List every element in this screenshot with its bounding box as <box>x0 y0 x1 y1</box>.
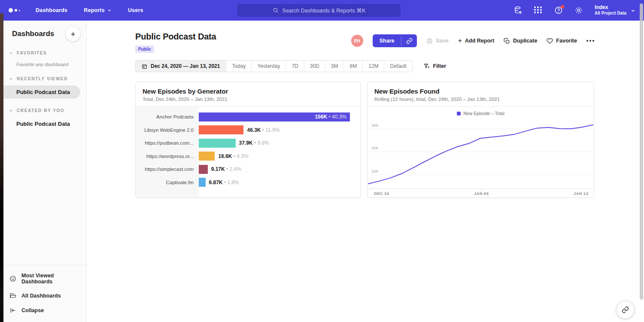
sidebar-footer: Most Viewed Dashboards All Dashboards Co… <box>3 265 86 322</box>
bar-bullet: • <box>261 127 266 133</box>
top-nav-bar: Dashboards Reports Users Search Dashboar… <box>0 0 644 21</box>
smiley-icon <box>9 275 16 282</box>
favorite-button[interactable]: Favorite <box>547 38 577 44</box>
collapse-sidebar-button[interactable]: Collapse <box>3 303 86 318</box>
nav-item-reports[interactable]: Reports <box>84 7 112 13</box>
y-axis-tick-label: 20K <box>371 146 379 150</box>
y-axis-tick-label: 30K <box>371 123 379 128</box>
date-preset-6m[interactable]: 6M <box>343 61 362 72</box>
nav-item-label: Dashboards <box>36 7 67 13</box>
app-logo[interactable] <box>9 8 20 12</box>
section-label: RECENTLY VIEWED <box>17 76 68 81</box>
date-range-label: Dec 24, 2020 — Jan 13, 2021 <box>151 63 220 69</box>
title-block: Public Podcast Data Public <box>135 32 216 53</box>
bar-row: 46.3K • 11.9% <box>199 124 350 137</box>
bar-value-label: 16.6K • 4.3% <box>218 153 248 159</box>
date-preset-default[interactable]: Default <box>384 61 412 72</box>
page-scrollbar[interactable] <box>640 3 643 300</box>
bar-segment[interactable]: 156K • 40.3% <box>199 112 350 122</box>
date-preset-12m[interactable]: 12M <box>362 61 384 72</box>
sidebar-item-public-podcast-data[interactable]: Public Podcast Data <box>3 85 80 99</box>
section-header-favorites[interactable]: FAVORITES <box>3 51 86 55</box>
chevron-down-icon <box>9 77 13 81</box>
all-dashboards-button[interactable]: All Dashboards <box>3 289 86 303</box>
background-window-edge <box>0 13 3 322</box>
settings-gear-icon[interactable] <box>574 6 583 15</box>
most-viewed-dashboards-button[interactable]: Most Viewed Dashboards <box>3 269 86 289</box>
share-button-group: Share <box>373 34 417 47</box>
bar-value-label: 6.87K • 1.8% <box>209 179 239 185</box>
sidebar-section-favorites: FAVORITES Favorite any dashboard <box>3 51 86 67</box>
avatar[interactable]: RH <box>351 35 363 47</box>
date-preset-3m[interactable]: 3M <box>325 61 344 72</box>
notification-badge <box>561 5 564 9</box>
filter-button[interactable]: Filter <box>424 63 447 69</box>
search-icon <box>273 7 279 13</box>
date-range-group: Dec 24, 2020 — Jan 13, 2021 TodayYesterd… <box>135 60 413 72</box>
sidebar-section-created-by-you: CREATED BY YOU Public Podcast Data <box>3 108 86 131</box>
bar-category-labels: Anchor PodcastsLibsyn WebEngine 2.0https… <box>136 106 199 197</box>
save-button[interactable]: Save <box>426 38 448 44</box>
bar-category-label: https://wordpress.or... <box>136 150 199 163</box>
logo-dot <box>19 10 20 11</box>
add-report-label: Add Report <box>465 38 494 44</box>
bar-bullet: • <box>225 166 230 172</box>
bar-percent: 1.8% <box>227 179 239 185</box>
save-icon <box>426 38 433 44</box>
date-preset-30d[interactable]: 30D <box>304 61 325 72</box>
help-icon[interactable] <box>554 6 563 15</box>
duplicate-button[interactable]: Duplicate <box>504 38 537 44</box>
section-header-created-by-you[interactable]: CREATED BY YOU <box>3 108 86 113</box>
date-preset-7d[interactable]: 7D <box>286 61 304 72</box>
link-icon <box>622 306 629 313</box>
bar-segment[interactable] <box>199 125 243 134</box>
add-report-button[interactable]: + Add Report <box>458 37 494 44</box>
sidebar: Dashboards + FAVORITES Favorite any dash… <box>3 21 87 322</box>
workspace-selector[interactable]: Index All Project Data <box>595 4 635 16</box>
workspace-subtitle: All Project Data <box>595 11 626 16</box>
bar-value: 46.3K <box>247 127 261 133</box>
date-preset-today[interactable]: Today <box>226 61 251 72</box>
public-badge: Public <box>135 46 154 53</box>
filter-funnel-icon <box>424 63 430 69</box>
folder-icon <box>9 292 16 299</box>
bar-segment[interactable] <box>199 178 206 187</box>
plus-icon: + <box>458 37 462 44</box>
search-input[interactable]: Search Dashboards & Reports ⌘K <box>237 4 401 17</box>
bar-segment[interactable] <box>199 139 236 148</box>
data-sources-icon[interactable] <box>514 6 522 15</box>
section-header-recently-viewed[interactable]: RECENTLY VIEWED <box>3 76 86 81</box>
share-button[interactable]: Share <box>373 34 401 47</box>
main-content: Public Podcast Data Public RH Share <box>87 21 644 322</box>
footer-item-label: Collapse <box>21 307 44 313</box>
more-options-button[interactable] <box>586 38 594 43</box>
bar-value: 16.6K <box>218 153 232 159</box>
bar-row: 156K • 40.3% <box>199 110 350 124</box>
add-dashboard-button[interactable]: + <box>66 27 80 41</box>
sidebar-item-public-podcast-data[interactable]: Public Podcast Data <box>3 117 80 131</box>
bar-segment[interactable] <box>199 165 208 174</box>
nav-item-users[interactable]: Users <box>128 7 143 13</box>
chevron-down-icon <box>9 109 13 112</box>
chevron-down-icon <box>631 8 635 13</box>
section-label: FAVORITES <box>17 51 47 55</box>
share-link-button[interactable] <box>401 34 417 47</box>
bar-value-label: 9.17K • 2.4% <box>211 166 241 172</box>
chart-card-new-episodes-by-generator: New Episodes by Generator Total, Dec 24t… <box>135 82 361 198</box>
date-range-picker[interactable]: Dec 24, 2020 — Jan 13, 2021 <box>136 61 226 72</box>
nav-right-icons: Index All Project Data <box>514 0 635 21</box>
search-placeholder: Search Dashboards & Reports ⌘K <box>283 7 366 14</box>
bar-value-label: 156K • 40.3% <box>315 112 346 122</box>
line-chart-svg <box>368 118 593 188</box>
bar-value: 37.9K <box>239 140 253 146</box>
floating-share-link-button[interactable] <box>617 301 634 319</box>
bar-segment[interactable] <box>199 152 215 161</box>
nav-item-dashboards[interactable]: Dashboards <box>36 7 67 13</box>
legend-label: New Episode – Total <box>463 111 504 116</box>
apps-grid-icon[interactable] <box>534 6 543 15</box>
bar-bullet: • <box>253 140 258 146</box>
section-label: CREATED BY YOU <box>17 108 64 113</box>
line-plot: 30K20K10K <box>368 118 593 188</box>
bar-category-label: https://simplecast.com <box>136 163 199 176</box>
date-preset-yesterday[interactable]: Yesterday <box>251 61 286 72</box>
